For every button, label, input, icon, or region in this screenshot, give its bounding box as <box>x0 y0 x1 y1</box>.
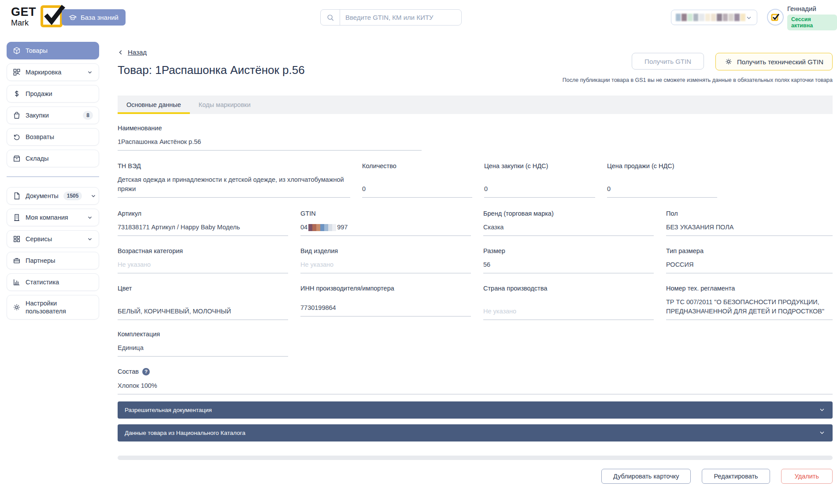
field-row: Возрастная категория Не указано Вид изде… <box>118 247 833 273</box>
field-label-cena-prodazhi: Цена продажи (с НДС) <box>607 162 717 169</box>
field-label-vozrastnaya-kategoriya: Возрастная категория <box>118 247 288 254</box>
field-label-tnved: ТН ВЭД <box>118 162 350 169</box>
bar-chart-icon <box>13 278 21 286</box>
sidebar-item-label: Возвраты <box>26 133 54 140</box>
field-value-cvet: БЕЛЫЙ, КОРИЧНЕВЫЙ, МОЛОЧНЫЙ <box>118 301 288 320</box>
chevron-down-icon <box>87 236 93 242</box>
field-value-tip-razmera: РОССИЯ <box>666 254 833 273</box>
session-status-badge: Сессия активна <box>787 15 837 30</box>
sidebar-item-label: Настройки пользователя <box>26 299 93 315</box>
sidebar-item-partnery[interactable]: Партнеры <box>7 252 99 269</box>
field-row: Состав ? Хлопок 100% <box>118 368 833 394</box>
gs1-publication-note: После публикации товара в GS1 вы не смож… <box>563 77 833 83</box>
chevron-left-icon <box>118 49 124 55</box>
sidebar-item-markirovka[interactable]: Маркировка <box>7 63 99 81</box>
field-value-strana-proizvodstva: Не указано <box>483 301 654 320</box>
field-label-tip-razmera: Тип размера <box>666 247 833 254</box>
sidebar-divider <box>7 177 99 177</box>
sidebar-item-sklady[interactable]: Склады <box>7 150 99 167</box>
sidebar-item-label: Маркировка <box>26 69 61 76</box>
getmark-logo: GET Mark <box>11 5 63 28</box>
sidebar-item-servisy[interactable]: Сервисы <box>7 230 99 248</box>
grid-icon <box>13 235 21 243</box>
gtin-redacted-blur <box>308 224 336 231</box>
field-label-kolichestvo: Количество <box>362 162 472 169</box>
organization-select[interactable] <box>671 10 757 25</box>
product-tabs: Основные данные Коды маркировки <box>118 96 833 114</box>
field-label-komplektaciya: Комплектация <box>118 331 833 338</box>
chevron-down-icon <box>745 14 752 21</box>
shopping-bag-icon <box>13 111 21 119</box>
field-label-gtin: GTIN <box>300 210 471 217</box>
field-row: Наименование 1Распашонка Аистёнок р.56 <box>118 125 833 151</box>
get-tech-gtin-button[interactable]: Получить технический GTIN <box>715 53 833 70</box>
search-icon <box>321 10 340 25</box>
sidebar-item-statistika[interactable]: Статистика <box>7 273 99 291</box>
chevron-down-icon <box>90 193 96 199</box>
warehouse-icon <box>13 155 21 162</box>
search-input[interactable] <box>340 14 461 21</box>
edit-button[interactable]: Редактировать <box>702 469 770 484</box>
field-value-artikul: 731838171 Артикул / Happy Baby Модель <box>118 217 288 236</box>
logo-text-mark: Mark <box>11 18 36 28</box>
field-label-naimenovanie: Наименование <box>118 125 833 132</box>
qr-code-icon <box>13 68 21 76</box>
field-value-sostav: Хлопок 100% <box>118 375 833 394</box>
sidebar-item-prodazhi[interactable]: Продажи <box>7 85 99 103</box>
sidebar-item-vozvraty[interactable]: Возвраты <box>7 128 99 146</box>
accordion-title: Разрешительная документация <box>125 407 212 413</box>
sidebar-item-dokumenty[interactable]: Документы 1505 <box>7 187 99 205</box>
delete-button[interactable]: Удалить <box>781 469 833 484</box>
back-link[interactable]: Назад <box>118 48 147 56</box>
accordion-razreshitelnaya-dokumentaciya[interactable]: Разрешительная документация <box>118 401 833 419</box>
sidebar-item-label: Продажи <box>26 90 52 97</box>
organization-blurred-value <box>676 14 745 21</box>
tab-kody-markirovki[interactable]: Коды маркировки <box>190 96 259 114</box>
field-value-brend: Сказка <box>483 217 654 236</box>
sostav-help-icon[interactable]: ? <box>142 368 150 375</box>
zakupki-count-badge: 8 <box>83 111 93 120</box>
package-icon <box>13 47 21 55</box>
field-label-cvet: Цвет <box>118 285 288 292</box>
top-header: GET Mark База знаний Геннадий Сессия акт… <box>0 0 837 35</box>
field-value-cena-zakupki: 0 <box>484 179 595 198</box>
field-value-tnved: Детская одежда и принадлежности к детско… <box>118 169 350 198</box>
user-name: Геннадий <box>787 5 837 12</box>
global-search <box>320 9 462 26</box>
sidebar-item-label: Документы <box>26 192 59 199</box>
field-row: Цвет БЕЛЫЙ, КОРИЧНЕВЫЙ, МОЛОЧНЫЙ ИНН про… <box>118 285 833 320</box>
sidebar-item-label: Сервисы <box>26 235 52 243</box>
field-label-razmer: Размер <box>483 247 654 254</box>
field-row: Комплектация Единица <box>118 331 833 357</box>
get-gtin-button[interactable]: Получить GTIN <box>632 53 704 70</box>
field-label-inn: ИНН производителя/импортера <box>300 285 471 292</box>
field-row: Артикул 731838171 Артикул / Happy Baby М… <box>118 210 833 236</box>
avatar[interactable] <box>767 9 784 26</box>
tab-osnovnye-dannye[interactable]: Основные данные <box>118 96 190 114</box>
sidebar-item-zakupki[interactable]: Закупки 8 <box>7 107 99 124</box>
graduation-cap-icon <box>69 14 77 22</box>
field-label-artikul: Артикул <box>118 210 288 217</box>
dollar-icon <box>13 90 21 98</box>
sidebar-item-tovary[interactable]: Товары <box>7 42 99 59</box>
sidebar-item-label: Партнеры <box>26 257 55 264</box>
knowledge-base-button[interactable]: База знаний <box>62 9 126 26</box>
sidebar-item-moya-kompaniya[interactable]: Моя компания <box>7 209 99 226</box>
sidebar-item-label: Моя компания <box>26 214 68 221</box>
sidebar: Товары Маркировка Продажи Закупки 8 Возв… <box>7 42 99 324</box>
document-icon <box>13 192 21 200</box>
duplicate-card-button[interactable]: Дублировать карточку <box>601 469 691 484</box>
field-label-nomer-reglamenta: Номер тех. регламента <box>666 285 833 292</box>
dokumenty-count-badge: 1505 <box>63 191 82 200</box>
logo-text-get: GET <box>11 7 36 17</box>
accordion-title: Данные товара из Национального Каталога <box>125 430 245 436</box>
briefcase-icon <box>13 257 21 265</box>
field-label-strana-proizvodstva: Страна производства <box>483 285 654 292</box>
accordion-nacionalnyj-katalog[interactable]: Данные товара из Национального Каталога <box>118 424 833 441</box>
sidebar-item-nastroyki-polzovatelya[interactable]: Настройки пользователя <box>7 295 99 320</box>
sidebar-item-label: Склады <box>26 155 48 162</box>
logo-checkmark-icon <box>41 5 63 27</box>
get-tech-gtin-label: Получить технический GTIN <box>737 58 823 66</box>
field-value-naimenovanie: 1Распашонка Аистёнок р.56 <box>118 132 422 151</box>
chevron-down-icon <box>87 69 93 75</box>
